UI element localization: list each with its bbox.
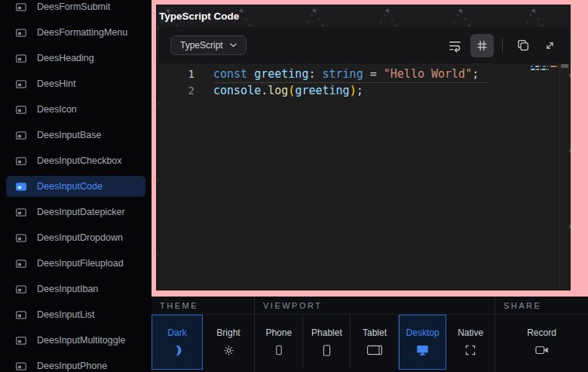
code-token — [363, 67, 370, 81]
hash-button[interactable] — [470, 34, 494, 57]
sidebar-item-label: DeesInputCheckbox — [37, 155, 122, 166]
code-line[interactable]: 2console.log(greeting); — [159, 82, 569, 99]
code-lines: 1const greeting: string = "Hello World";… — [159, 66, 569, 99]
toolbar-section-viewport: VIEWPORTPhonePhabletTabletDesktopNative — [254, 297, 495, 372]
sidebar-item-deesinputdropdown[interactable]: DeesInputDropdown — [6, 227, 145, 248]
dark-button[interactable]: Dark — [152, 315, 203, 370]
sidebar-item-deesinputfileupload[interactable]: DeesInputFileupload — [6, 253, 145, 274]
component-window-icon — [16, 54, 26, 63]
sidebar-item-deesicon[interactable]: DeesIcon — [6, 99, 145, 120]
sidebar-item-deesinputiban[interactable]: DeesInputIban — [6, 278, 145, 300]
code-token — [247, 67, 254, 81]
sidebar-item-deesinputphone[interactable]: DeesInputPhone — [6, 355, 145, 372]
record-button[interactable]: Record — [495, 315, 588, 370]
sidebar-item-deesinputcheckbox[interactable]: DeesInputCheckbox — [6, 150, 145, 171]
minimap-mark — [535, 66, 539, 67]
native-icon — [464, 343, 476, 358]
code-token: greeting — [254, 67, 308, 81]
sidebar-item-label: DeesHeading — [37, 53, 94, 63]
sidebar-item-label: DeesInputFileupload — [37, 258, 124, 269]
component-window-icon — [16, 311, 26, 319]
sidebar-item-label: DeesFormattingMenu — [37, 27, 127, 38]
sidebar-item-deesheading[interactable]: DeesHeading — [6, 48, 145, 69]
sidebar-item-label: DeesInputIban — [37, 284, 98, 294]
code-line-content: console.log(greeting); — [213, 82, 363, 99]
component-window-icon — [16, 157, 26, 165]
phablet-button[interactable]: Phablet — [303, 315, 351, 370]
component-window-icon — [16, 362, 26, 370]
minimap-line — [531, 69, 558, 70]
sidebar-item-deeshint[interactable]: DeesHint — [6, 73, 145, 94]
main-area: TypeScript Code TypeScript 1const greeti… — [152, 0, 588, 372]
minimap-mark — [540, 69, 541, 70]
word-wrap-icon — [448, 38, 462, 53]
minimap-mark — [547, 69, 547, 70]
sidebar-item-deesformsubmit[interactable]: DeesFormSubmit — [6, 0, 145, 17]
line-number: 1 — [159, 66, 194, 82]
sidebar-item-label: DeesInputDropdown — [37, 232, 123, 243]
tablet-icon — [366, 343, 383, 358]
demo-title: TypeScript Code — [156, 5, 571, 27]
word-wrap-button[interactable] — [443, 34, 467, 57]
toolbar-section-buttons: DarkBright — [152, 314, 254, 370]
sidebar-item-deesinputbase[interactable]: DeesInputBase — [6, 125, 145, 146]
language-selector[interactable]: TypeScript — [170, 35, 247, 55]
code-token: greeting — [295, 84, 349, 97]
tablet-button[interactable]: Tablet — [351, 315, 399, 370]
copy-button[interactable] — [511, 34, 534, 57]
moon-icon — [171, 343, 184, 358]
code-editor: TypeScript 1const greeting: string = "He… — [159, 27, 569, 291]
editor-toolbar-actions — [443, 34, 562, 57]
minimap-mark — [540, 66, 541, 67]
component-window-icon — [16, 80, 26, 88]
sidebar-item-deesinputlist[interactable]: DeesInputList — [6, 304, 145, 325]
button-label: Record — [527, 327, 556, 338]
minimap-mark — [543, 66, 546, 67]
code-token: const — [213, 67, 247, 81]
code-token: log — [268, 84, 288, 97]
copy-icon — [516, 38, 530, 52]
minimap-mark — [541, 69, 546, 70]
code-line-content: const greeting: string = "Hello World"; — [213, 66, 489, 82]
scrollbar[interactable] — [561, 64, 568, 68]
button-label: Bright — [216, 327, 240, 338]
phone-icon — [273, 343, 285, 358]
component-window-icon — [16, 260, 26, 268]
sidebar-item-label: DeesInputPhone — [37, 361, 107, 371]
chevron-down-icon — [230, 43, 237, 48]
desktop-icon — [415, 343, 430, 358]
demo-settings-toolbar: THEMEDarkBrightVIEWPORTPhonePhabletTable… — [152, 297, 588, 372]
minimap[interactable] — [531, 66, 558, 72]
sidebar-item-deesformattingmenu[interactable]: DeesFormattingMenu — [6, 22, 145, 43]
component-window-icon — [16, 208, 26, 217]
bright-button[interactable]: Bright — [203, 315, 254, 370]
sidebar-item-label: DeesHint — [37, 78, 75, 89]
sidebar-item-deesinputcode[interactable]: DeesInputCode — [6, 176, 145, 197]
desktop-button[interactable]: Desktop — [399, 315, 447, 370]
expand-arrows-button[interactable] — [538, 34, 562, 57]
toolbar-section-buttons: PhonePhabletTabletDesktopNative — [255, 314, 495, 370]
sun-icon — [222, 343, 235, 358]
code-token: console — [213, 84, 261, 97]
phone-button[interactable]: Phone — [255, 315, 303, 370]
sidebar-item-label: DeesInputMultitoggle — [37, 335, 125, 346]
toolbar-divider — [502, 38, 503, 53]
component-window-icon — [16, 234, 26, 242]
component-window-icon — [16, 337, 26, 345]
code-line[interactable]: 1const greeting: string = "Hello World"; — [159, 66, 569, 82]
toolbar-section-label: THEME — [152, 297, 254, 314]
minimap-mark — [531, 69, 535, 70]
toolbar-section-buttons: Record — [495, 314, 588, 370]
sidebar-item-label: DeesInputBase — [37, 130, 101, 140]
code-token: . — [261, 84, 268, 97]
expand-arrows-icon — [544, 39, 556, 52]
minimap-mark — [557, 66, 558, 67]
button-label: Desktop — [406, 327, 439, 338]
sidebar-item-deesinputdatepicker[interactable]: DeesInputDatepicker — [6, 201, 145, 223]
native-button[interactable]: Native — [446, 315, 495, 370]
code-area[interactable]: 1const greeting: string = "Hello World";… — [159, 63, 569, 291]
minimap-mark — [536, 69, 537, 70]
code-token: = — [370, 67, 377, 81]
sidebar-item-deesinputmultitoggle[interactable]: DeesInputMultitoggle — [6, 330, 145, 351]
sidebar-item-label: DeesFormSubmit — [37, 2, 110, 12]
